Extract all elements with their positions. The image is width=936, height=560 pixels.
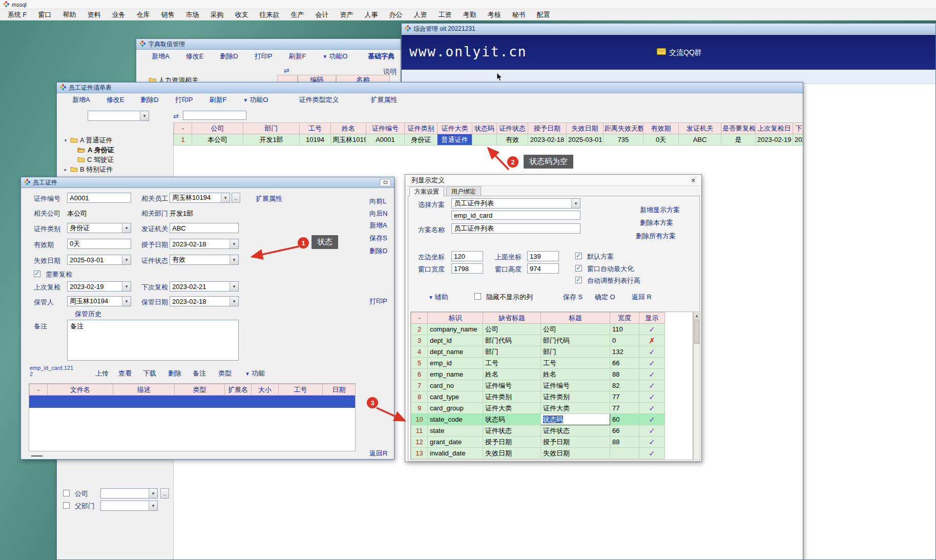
column-header[interactable]: 证件大类 [438, 123, 472, 134]
menu-item-help[interactable]: 帮助 [57, 10, 82, 19]
quick-search-input[interactable] [183, 111, 246, 120]
print-button[interactable]: 打印P [175, 95, 193, 105]
swap-icon[interactable]: ⇄ [284, 67, 289, 74]
cell-default-title[interactable]: 工号 [483, 358, 541, 369]
tree-node-special-certs[interactable]: ▸ B 特别证件 [63, 165, 113, 174]
column-header[interactable]: 公司 [192, 123, 243, 134]
auto-maximize-checkbox[interactable] [575, 265, 582, 272]
chevron-down-icon[interactable]: ▾ [221, 193, 230, 202]
menu-item-attendance[interactable]: 考勤 [457, 10, 482, 19]
cell-show[interactable]: ✓ [639, 358, 665, 369]
menu-item-config[interactable]: 配置 [531, 10, 556, 19]
cell-field-id[interactable]: invalid_date [428, 448, 483, 459]
cell-title[interactable]: 公司 [541, 324, 610, 335]
cell-show[interactable]: ✓ [639, 403, 665, 414]
cert-list-titlebar[interactable]: 员工证件清单表 [57, 82, 803, 93]
chevron-down-icon[interactable]: ▾ [122, 297, 131, 306]
remark-link[interactable]: 备注 [193, 369, 206, 378]
cell-width[interactable] [610, 448, 639, 459]
remark-textarea[interactable]: 备注 [67, 320, 239, 361]
tab-user-binding[interactable]: 用户绑定 [446, 186, 481, 196]
cell-row-number[interactable]: 11 [411, 425, 428, 437]
cert-form-titlebar[interactable]: 员工证件 [21, 177, 394, 188]
chevron-down-icon[interactable]: ▾ [149, 489, 157, 498]
cell-show[interactable]: ✓ [639, 414, 665, 425]
invalid-date-picker[interactable]: 2025-03-01▾ [67, 255, 131, 265]
cell-row-number[interactable]: 1 [174, 134, 192, 146]
save-link[interactable]: 保存 S [563, 293, 583, 302]
cell-show[interactable]: ✓ [639, 437, 665, 448]
delete-all-plans-link[interactable]: 删除所有方案 [636, 232, 676, 241]
cell-row-number[interactable]: 8 [411, 391, 428, 403]
cell-row-number[interactable]: 4 [411, 346, 428, 358]
scroll-up-icon[interactable]: ▲ [694, 312, 700, 320]
menu-item-assets[interactable]: 资产 [335, 10, 359, 19]
company-more-button[interactable]: .. [160, 488, 169, 499]
menu-item-accounting[interactable]: 会计 [310, 10, 335, 19]
cell-default-title[interactable]: 失效日期 [483, 448, 541, 459]
table-scrollbar[interactable]: ▲ [693, 312, 700, 460]
nav-next-link[interactable]: 向后N [369, 209, 387, 218]
function-button[interactable]: ▼功能O [243, 95, 268, 105]
column-header[interactable]: 是否要复检 [721, 123, 756, 134]
cell-show[interactable]: ✓ [639, 369, 665, 380]
add-button[interactable]: 新增A [152, 52, 170, 61]
tree-node-id-card[interactable]: A 身份证 [77, 146, 114, 155]
close-icon[interactable]: × [689, 176, 697, 184]
cell-title[interactable]: 证件大类 [541, 403, 610, 414]
edit-button[interactable]: 修改E [107, 95, 124, 105]
cell-show[interactable]: ✓ [639, 346, 665, 358]
cell-title[interactable]: 姓名 [541, 369, 610, 380]
keeper-combo[interactable]: 周玉林10194▾ [67, 296, 131, 306]
ext-attr-button[interactable]: 扩展属性 [370, 95, 397, 105]
cell-row-number[interactable]: 13 [411, 448, 428, 459]
swap-icon[interactable]: ⇄ [173, 112, 179, 120]
cell-card-group-selected[interactable]: 普通证件 [438, 134, 472, 146]
chevron-down-icon[interactable]: ▾ [571, 199, 580, 208]
cell-row-number[interactable]: 9 [411, 403, 428, 414]
column-header[interactable]: 失效日期 [567, 123, 604, 134]
column-header[interactable]: 姓名 [331, 123, 366, 134]
chevron-down-icon[interactable]: ▾ [230, 297, 238, 306]
window-control-button[interactable] [380, 179, 391, 186]
cell-title[interactable]: 证件编号 [541, 380, 610, 391]
parent-dept-filter-checkbox[interactable] [63, 502, 70, 509]
cell-title[interactable]: 部门代码 [541, 335, 610, 346]
refresh-button[interactable]: 刷新F [288, 52, 306, 61]
column-header[interactable]: 部门 [243, 123, 300, 134]
keep-date-picker[interactable]: 2023-02-18▾ [170, 296, 239, 306]
menu-item-review[interactable]: 考核 [482, 10, 507, 19]
cell-need-recheck[interactable]: 是 [721, 134, 756, 146]
cell-title[interactable]: 授予日期 [541, 437, 610, 448]
left-coord-input[interactable] [451, 251, 483, 261]
view-link[interactable]: 查看 [118, 369, 132, 378]
delete-link[interactable]: 删除 [168, 369, 181, 378]
dict-window-titlebar[interactable]: 字典取值管理 [136, 39, 401, 50]
cell-issuer[interactable]: ABC [679, 134, 721, 146]
cell-width[interactable]: 110 [610, 324, 639, 335]
nav-back-link[interactable]: 返回R [369, 449, 387, 458]
menu-item-market[interactable]: 市场 [180, 10, 205, 19]
column-header[interactable]: 有效期 [643, 123, 679, 134]
function-button[interactable]: ▼功能O [322, 52, 347, 61]
type-link[interactable]: 类型 [218, 369, 232, 378]
tree-node-normal-certs[interactable]: ▾ A 普通证件 [63, 136, 113, 145]
nav-save-link[interactable]: 保存S [369, 234, 387, 243]
cell-default-title[interactable]: 部门 [483, 346, 541, 358]
plan-name-input[interactable] [451, 223, 580, 234]
cell-width[interactable]: 66 [610, 358, 639, 369]
nav-prev-link[interactable]: 向前L [369, 197, 386, 206]
delete-button[interactable]: 删除D [140, 95, 158, 105]
cell-default-title[interactable]: 证件编号 [483, 380, 541, 391]
rel-emp-combo[interactable]: 周玉林10194▾ [170, 193, 230, 203]
menu-item-window[interactable]: 窗口 [33, 10, 57, 19]
cell-show[interactable]: ✓ [639, 380, 665, 391]
cell-grant-date[interactable]: 2023-02-18 [528, 134, 567, 146]
tree-node-driver-license[interactable]: C 驾驶证 [77, 155, 114, 164]
add-plan-link[interactable]: 新增显示方案 [640, 205, 680, 215]
cell-width[interactable]: 77 [610, 391, 639, 403]
menu-item-business[interactable]: 业务 [107, 10, 131, 19]
nav-add-link[interactable]: 新增A [369, 221, 387, 230]
valid-period-input[interactable] [67, 239, 131, 249]
cell-default-title[interactable]: 授予日期 [483, 437, 541, 448]
